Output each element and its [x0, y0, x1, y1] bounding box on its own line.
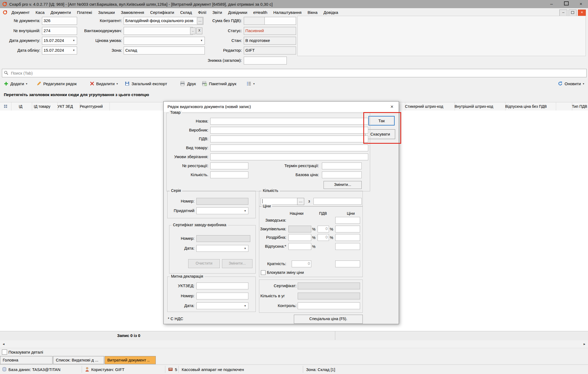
tab-expense-document[interactable]: Витратний документ .. [105, 356, 156, 364]
menu-item-help[interactable]: Довідка [321, 10, 341, 15]
factory-cert-date-combobox[interactable]: ▾ [196, 245, 248, 252]
menu-item-certificates[interactable]: Сертифікати [147, 10, 177, 15]
restore-icon [564, 1, 569, 5]
product-change-button[interactable]: Змінити... [324, 181, 362, 189]
scroll-right-arrow[interactable]: ▸ [581, 340, 588, 348]
column-header-product-id[interactable]: ІД товару [32, 102, 58, 111]
refresh-button[interactable]: Оновити ▾ [558, 79, 584, 88]
extra-price-field[interactable] [335, 260, 360, 267]
multiplicity-field[interactable]: 0 [292, 260, 311, 267]
horizontal-scrollbar[interactable]: ◂ ▸ [0, 340, 588, 348]
customs-date-combobox[interactable]: ▾ [196, 302, 248, 309]
caret-down-icon: ▾ [253, 82, 255, 85]
window-controls: – × [548, 0, 584, 8]
storage-conditions-field[interactable] [210, 154, 368, 160]
menu-item-warehouse[interactable]: Склад [177, 10, 195, 15]
mdi-restore-button[interactable] [569, 10, 577, 16]
window-restore-button[interactable] [563, 1, 569, 7]
delete-button[interactable]: Видалити ▾ [90, 79, 118, 88]
dropdown-arrow-icon[interactable]: ▾ [242, 208, 248, 214]
menu-item-orders[interactable]: Замовлення [118, 10, 147, 15]
factory-cert-number-field[interactable] [196, 235, 250, 242]
customs-uktzed-field[interactable] [196, 283, 248, 289]
menu-item-payments[interactable]: Платежі [74, 10, 95, 15]
base-price-field[interactable] [322, 171, 362, 178]
export-button[interactable]: Загальний експорт [125, 79, 167, 88]
column-header-price-no-vat[interactable]: Відпускна ціна без ПДВ [503, 102, 556, 111]
show-details-checkbox[interactable] [2, 350, 7, 355]
window-minimize-button[interactable]: – [548, 1, 555, 7]
column-header-id[interactable]: ІД [9, 102, 32, 111]
print-button[interactable]: Друк [180, 79, 196, 88]
quantity-browse-button[interactable]: … [297, 198, 304, 205]
mdi-minimize-button[interactable]: – [559, 10, 567, 16]
tab-main[interactable]: Головна [0, 356, 53, 364]
factory-cert-group-title: Сертифікат заводу-виробника [172, 223, 228, 227]
percent-sign: % [330, 235, 333, 241]
series-valid-combobox[interactable]: ▾ [196, 207, 248, 214]
sum-no-vat-field[interactable] [264, 17, 296, 25]
column-header-vat-type[interactable]: Тип ПДВ [570, 102, 588, 111]
purchase-vat-field[interactable]: 0 [318, 226, 329, 232]
dialog-close-button[interactable]: × [388, 103, 395, 110]
menu-item-documents[interactable]: Документи [47, 10, 74, 15]
state-label: Стан: [191, 37, 242, 44]
column-header-prescription[interactable]: Рецептурний [78, 102, 110, 111]
menu-item-directories[interactable]: Довідники [225, 10, 250, 15]
menu-item-branches[interactable]: Філії [195, 10, 209, 15]
menu-item-stocks[interactable]: Залишки [95, 10, 118, 15]
column-header-internal-barcode[interactable]: Внутрішній штрих-код [453, 102, 505, 111]
edit-row-button[interactable]: Редагувати рядок [36, 79, 77, 88]
batch-printer-icon [202, 81, 207, 86]
discount-field[interactable] [244, 57, 287, 65]
mdi-close-button[interactable]: × [578, 10, 586, 16]
product-name-field[interactable] [210, 118, 368, 125]
quantity-total-field[interactable] [313, 198, 362, 205]
consignee-field[interactable] [124, 27, 193, 35]
product-quantity-field[interactable] [210, 171, 248, 178]
menu-item-kasa[interactable]: Каса [33, 10, 48, 15]
series-number-field[interactable] [196, 198, 248, 205]
dropdown-arrow-icon[interactable]: ▾ [242, 303, 248, 309]
selling-price-field[interactable] [335, 243, 360, 250]
retail-price-field[interactable] [335, 234, 360, 241]
dropdown-arrow-icon[interactable]: ▾ [242, 246, 248, 251]
column-header-uktzed[interactable]: УКТ ЗЕД [56, 102, 80, 111]
window-close-button[interactable]: × [578, 1, 584, 7]
menu-item-reports[interactable]: Звіти [209, 10, 225, 15]
column-header-sticker-barcode[interactable]: Стикерний штрих-код [403, 102, 455, 111]
pack-quantity-field[interactable] [298, 293, 360, 299]
internal-number-label: № внутрішній: [2, 27, 40, 34]
reg-number-field[interactable] [210, 163, 248, 169]
factory-price-field[interactable] [335, 217, 360, 224]
divider [82, 366, 82, 373]
purchase-price-field[interactable] [335, 226, 360, 232]
menu-item-settings[interactable]: Налаштування [270, 10, 305, 15]
retail-markup-field[interactable] [288, 234, 311, 241]
tab-document-list[interactable]: Список: Видаткові д ... [53, 356, 104, 364]
menu-item-document[interactable]: Документ [8, 10, 33, 15]
purchase-markup-field[interactable] [288, 226, 311, 232]
menu-item-ehealth[interactable]: eHealth [250, 10, 270, 15]
product-kind-field[interactable] [210, 145, 368, 151]
series-group-title: Серія [170, 189, 182, 193]
list-options-button[interactable]: ▾ [246, 79, 255, 88]
add-button[interactable]: Додати ▾ [4, 79, 27, 88]
factory-cert-clear-button[interactable]: Очистити [188, 259, 220, 268]
selling-markup-field[interactable] [288, 243, 311, 250]
certificate-field[interactable] [298, 283, 360, 289]
customs-number-field[interactable] [196, 293, 248, 299]
menu-item-windows[interactable]: Вікна [304, 10, 321, 15]
block-price-checkbox[interactable] [261, 270, 266, 275]
control-field[interactable] [298, 302, 360, 309]
vat-field[interactable] [210, 136, 368, 142]
batch-print-button[interactable]: Пакетний друк [202, 79, 236, 88]
reg-term-field[interactable] [322, 163, 362, 169]
search-input[interactable] [10, 69, 578, 77]
acc-date-label: Дата обліку: [2, 47, 40, 54]
scroll-left-arrow[interactable]: ◂ [0, 340, 7, 348]
special-price-button[interactable]: Спеціальна ціна (F5). [294, 315, 363, 324]
retail-vat-field[interactable]: 0 [318, 234, 329, 241]
manufacturer-field[interactable] [210, 127, 368, 134]
factory-cert-change-button[interactable]: Змінити... [222, 259, 252, 268]
